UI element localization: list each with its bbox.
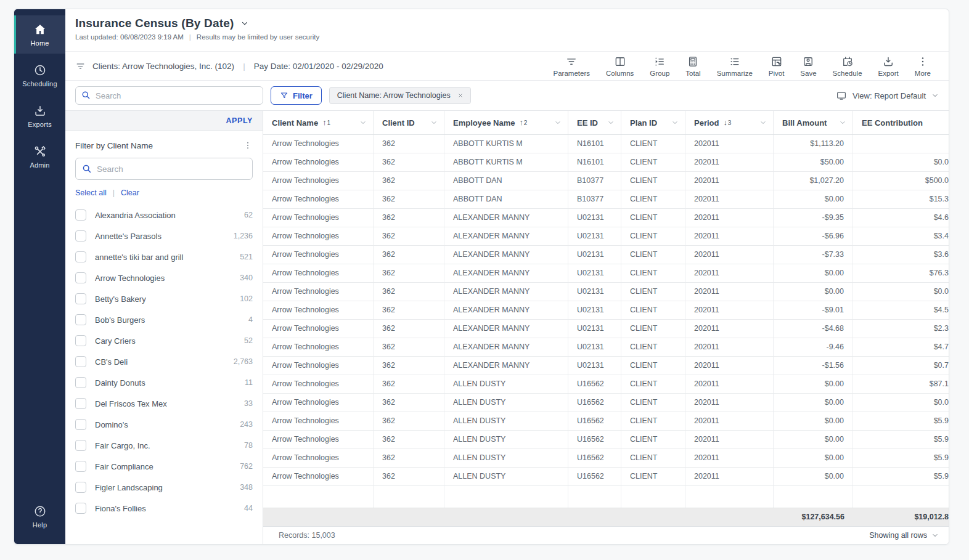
client-checkbox[interactable] bbox=[75, 419, 86, 430]
client-list-item[interactable]: Fiona's Follies44 bbox=[75, 498, 253, 519]
toolbar-parameters-button[interactable]: Parameters bbox=[546, 55, 598, 77]
table-filler-cell bbox=[263, 486, 374, 508]
sidebar-item-scheduling[interactable]: Scheduling bbox=[14, 56, 65, 94]
toolbar-total-button[interactable]: Total bbox=[677, 55, 708, 77]
table-row[interactable]: Arrow Technologies362ALEXANDER MANNYU021… bbox=[263, 246, 949, 264]
sidebar-item-admin[interactable]: Admin bbox=[14, 137, 65, 176]
client-checkbox[interactable] bbox=[75, 335, 86, 346]
table-row[interactable]: Arrow Technologies362ALEXANDER MANNYU021… bbox=[263, 320, 949, 338]
client-list-item[interactable]: Fair Cargo, Inc.78 bbox=[75, 435, 253, 456]
column-header-period[interactable]: Period↓3 bbox=[685, 111, 774, 134]
search-input[interactable] bbox=[75, 86, 263, 105]
table-row[interactable]: Arrow Technologies362ALLEN DUSTYU16562CL… bbox=[263, 431, 949, 449]
table-cell: Arrow Technologies bbox=[263, 172, 374, 190]
client-list-item[interactable]: Betty's Bakery102 bbox=[75, 288, 253, 309]
content-area: APPLY Filter by Client Name Select all | bbox=[65, 110, 949, 544]
table-row[interactable]: Arrow Technologies362ABBOTT DANB10377CLI… bbox=[263, 172, 949, 190]
client-checkbox[interactable] bbox=[75, 230, 86, 241]
toolbar-pivot-button[interactable]: Pivot bbox=[761, 55, 793, 77]
table-row[interactable]: Arrow Technologies362ALLEN DUSTYU16562CL… bbox=[263, 468, 949, 486]
table-row[interactable]: Arrow Technologies362ALLEN DUSTYU16562CL… bbox=[263, 394, 949, 412]
client-list-item[interactable]: annette's tiki bar and grill521 bbox=[75, 246, 253, 267]
chevron-down-icon[interactable] bbox=[607, 119, 615, 126]
toolbar-summarize-button[interactable]: Summarize bbox=[709, 55, 761, 77]
client-checkbox[interactable] bbox=[75, 503, 86, 514]
sidebar-item-exports[interactable]: Exports bbox=[14, 97, 65, 135]
table-cell: $0.0 bbox=[853, 394, 949, 412]
view-selector[interactable]: View: Report Default bbox=[836, 90, 939, 101]
client-checkbox[interactable] bbox=[75, 377, 86, 388]
chevron-down-icon[interactable] bbox=[359, 119, 367, 126]
client-checkbox[interactable] bbox=[75, 293, 86, 304]
apply-button[interactable]: APPLY bbox=[226, 116, 253, 125]
chevron-down-icon[interactable] bbox=[839, 119, 846, 126]
table-row[interactable]: Arrow Technologies362ALEXANDER MANNYU021… bbox=[263, 338, 949, 357]
client-list-item[interactable]: Cary Criers52 bbox=[75, 330, 253, 351]
table-row[interactable]: Arrow Technologies362ABBOTT DANB10377CLI… bbox=[263, 190, 949, 209]
table-row[interactable]: Arrow Technologies362ABBOTT KURTIS MN161… bbox=[263, 135, 949, 153]
client-list-item[interactable]: Figler Landscaping348 bbox=[75, 477, 253, 498]
client-list-item[interactable]: Bob's Burgers4 bbox=[75, 309, 253, 330]
toolbar-columns-button[interactable]: Columns bbox=[598, 55, 642, 77]
table-row[interactable]: Arrow Technologies362ALEXANDER MANNYU021… bbox=[263, 301, 949, 320]
column-header-ee-contribution[interactable]: EE Contribution bbox=[853, 111, 949, 134]
table-row[interactable]: Arrow Technologies362ALLEN DUSTYU16562CL… bbox=[263, 375, 949, 394]
table-row[interactable]: Arrow Technologies362ABBOTT KURTIS MN161… bbox=[263, 153, 949, 172]
client-list-item[interactable]: Alexandria Association62 bbox=[75, 205, 253, 225]
client-checkbox[interactable] bbox=[75, 209, 86, 221]
column-header-bill-amount[interactable]: Bill Amount bbox=[774, 111, 853, 134]
client-list-item[interactable]: Del Friscos Tex Mex33 bbox=[75, 393, 253, 414]
sidebar-item-home[interactable]: Home bbox=[14, 15, 65, 54]
toolbar-schedule-button[interactable]: Schedule bbox=[825, 55, 870, 77]
table-filler-cell bbox=[444, 486, 568, 508]
kebab-menu-icon[interactable] bbox=[243, 140, 253, 150]
clear-link[interactable]: Clear bbox=[121, 189, 139, 197]
table-cell: 362 bbox=[374, 375, 444, 393]
table-cell: $0.00 bbox=[774, 375, 853, 393]
client-checkbox[interactable] bbox=[75, 482, 86, 493]
table-row[interactable]: Arrow Technologies362ALLEN DUSTYU16562CL… bbox=[263, 449, 949, 468]
table-row[interactable]: Arrow Technologies362ALEXANDER MANNYU021… bbox=[263, 209, 949, 227]
select-all-link[interactable]: Select all bbox=[75, 189, 107, 197]
table-row[interactable]: Arrow Technologies362ALEXANDER MANNYU021… bbox=[263, 357, 949, 375]
toolbar-group-button[interactable]: Group bbox=[642, 55, 677, 77]
client-checkbox[interactable] bbox=[75, 251, 86, 262]
chevron-down-icon[interactable] bbox=[430, 119, 438, 126]
chevron-down-icon[interactable] bbox=[554, 119, 562, 126]
chevron-down-icon[interactable] bbox=[671, 119, 679, 126]
toolbar-more-button[interactable]: More bbox=[907, 55, 939, 77]
column-header-employee-name[interactable]: Employee Name↑2 bbox=[444, 111, 568, 134]
close-icon[interactable] bbox=[457, 92, 464, 99]
chevron-down-icon[interactable] bbox=[759, 119, 767, 126]
client-list-item[interactable]: Annette's Parasols1,236 bbox=[75, 225, 253, 246]
filter-chip-client-name[interactable]: Client Name: Arrow Technologies bbox=[329, 87, 471, 104]
column-header-client-id[interactable]: Client ID bbox=[374, 111, 444, 134]
table-row[interactable]: Arrow Technologies362ALEXANDER MANNYU021… bbox=[263, 264, 949, 283]
table-cell: 202011 bbox=[685, 227, 774, 245]
table-row[interactable]: Arrow Technologies362ALEXANDER MANNYU021… bbox=[263, 227, 949, 246]
client-list-item[interactable]: Domino's243 bbox=[75, 414, 253, 435]
client-checkbox[interactable] bbox=[75, 461, 86, 472]
client-list-item[interactable]: CB's Deli2,763 bbox=[75, 351, 253, 372]
client-search-input[interactable] bbox=[75, 158, 253, 180]
client-list-item[interactable]: Dainty Donuts11 bbox=[75, 372, 253, 393]
sidebar-item-help[interactable]: Help bbox=[14, 497, 65, 535]
table-row[interactable]: Arrow Technologies362ALEXANDER MANNYU021… bbox=[263, 283, 949, 301]
filter-button[interactable]: Filter bbox=[271, 86, 322, 105]
client-list-item[interactable]: Arrow Technologies340 bbox=[75, 267, 253, 288]
client-checkbox[interactable] bbox=[75, 356, 86, 367]
title-chevron-down-icon[interactable] bbox=[240, 19, 249, 28]
column-header-ee-id[interactable]: EE ID bbox=[568, 111, 621, 134]
column-header-client-name[interactable]: Client Name↑1 bbox=[263, 111, 374, 134]
client-checkbox[interactable] bbox=[75, 314, 86, 325]
toolbar-save-button[interactable]: Save bbox=[792, 55, 824, 77]
client-checkbox[interactable] bbox=[75, 272, 86, 283]
showing-rows-selector[interactable]: Showing all rows bbox=[869, 531, 939, 540]
client-name: Cary Criers bbox=[95, 336, 136, 346]
table-row[interactable]: Arrow Technologies362ALLEN DUSTYU16562CL… bbox=[263, 412, 949, 431]
client-checkbox[interactable] bbox=[75, 398, 86, 409]
client-list-item[interactable]: Fair Compliance762 bbox=[75, 456, 253, 477]
client-checkbox[interactable] bbox=[75, 440, 86, 451]
toolbar-export-button[interactable]: Export bbox=[870, 55, 907, 77]
column-header-plan-id[interactable]: Plan ID bbox=[621, 111, 685, 134]
